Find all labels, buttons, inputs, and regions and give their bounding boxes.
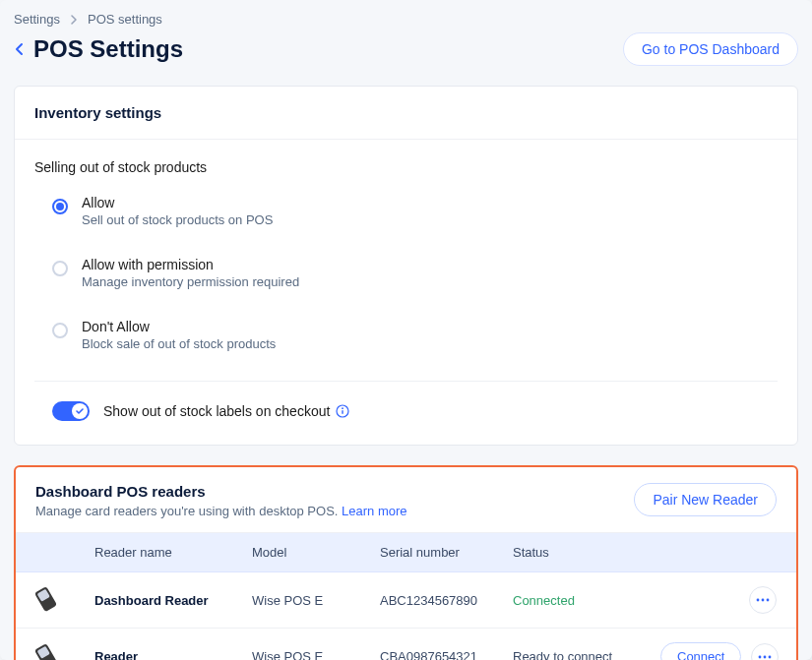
oos-labels-toggle-label: Show out of stock labels on checkout — [103, 403, 330, 419]
readers-desc: Manage card readers you're using with de… — [35, 504, 338, 518]
svg-point-10 — [759, 655, 762, 658]
card-reader-icon — [35, 586, 63, 614]
radio-dont-allow[interactable] — [52, 323, 68, 338]
radio-allow-permission[interactable] — [52, 261, 68, 276]
reader-model: Wise POS E — [252, 593, 380, 608]
reader-name: Dashboard Reader — [94, 593, 252, 608]
breadcrumb-current: POS settings — [88, 12, 162, 27]
col-serial: Serial number — [380, 545, 513, 560]
radio-allow[interactable] — [52, 199, 68, 214]
svg-point-11 — [764, 655, 767, 658]
svg-point-7 — [767, 599, 770, 602]
inventory-subtitle: Selling out of stock products — [34, 159, 778, 175]
radio-allow-permission-title: Allow with permission — [82, 257, 299, 272]
radio-dont-allow-desc: Block sale of out of stock products — [82, 336, 276, 351]
radio-allow-title: Allow — [82, 195, 273, 210]
col-status: Status — [513, 545, 660, 560]
svg-point-5 — [757, 599, 760, 602]
reader-serial: CBA0987654321 — [380, 649, 513, 660]
pair-new-reader-button[interactable]: Pair New Reader — [634, 483, 777, 516]
col-reader-name: Reader name — [94, 545, 252, 560]
reader-name: Reader — [94, 649, 252, 660]
svg-point-6 — [762, 599, 765, 602]
svg-point-1 — [342, 407, 344, 409]
row-actions-menu-button[interactable] — [751, 643, 779, 661]
page-title: POS Settings — [33, 35, 183, 63]
table-row: Reader Wise POS E CBA0987654321 Ready to… — [16, 629, 796, 660]
breadcrumb-root[interactable]: Settings — [14, 12, 60, 27]
readers-heading: Dashboard POS readers — [35, 483, 407, 500]
reader-status: Ready to connect — [513, 649, 660, 660]
radio-allow-desc: Sell out of stock products on POS — [82, 212, 273, 227]
col-model: Model — [252, 545, 380, 560]
pos-readers-card: Dashboard POS readers Manage card reader… — [14, 465, 798, 660]
breadcrumb: Settings POS settings — [14, 12, 798, 27]
connect-button[interactable]: Connect — [660, 642, 741, 660]
reader-model: Wise POS E — [252, 649, 380, 660]
readers-table-header: Reader name Model Serial number Status — [16, 533, 796, 572]
svg-point-12 — [769, 655, 772, 658]
card-reader-icon — [35, 643, 63, 661]
reader-serial: ABC1234567890 — [380, 593, 513, 608]
svg-rect-2 — [343, 410, 344, 414]
divider — [34, 381, 778, 382]
info-icon[interactable] — [336, 404, 349, 418]
oos-labels-toggle[interactable] — [52, 401, 90, 421]
inventory-settings-card: Inventory settings Selling out of stock … — [14, 86, 798, 446]
learn-more-link[interactable]: Learn more — [342, 504, 406, 518]
back-chevron-icon[interactable] — [14, 41, 26, 57]
radio-dont-allow-title: Don't Allow — [82, 319, 276, 334]
inventory-settings-heading: Inventory settings — [15, 87, 797, 140]
row-actions-menu-button[interactable] — [749, 586, 777, 614]
go-to-pos-dashboard-button[interactable]: Go to POS Dashboard — [623, 32, 798, 66]
chevron-right-icon — [70, 15, 78, 25]
reader-status: Connected — [513, 593, 660, 608]
toggle-knob — [72, 403, 88, 419]
table-row: Dashboard Reader Wise POS E ABC123456789… — [16, 572, 796, 629]
radio-allow-permission-desc: Manage inventory permission required — [82, 274, 299, 289]
